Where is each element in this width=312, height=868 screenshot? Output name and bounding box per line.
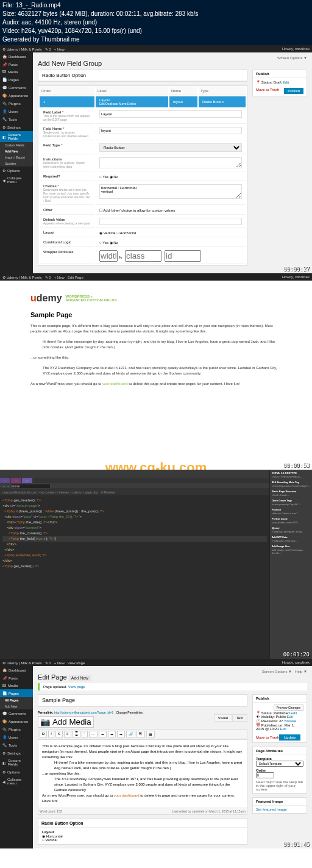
radio-cond-no[interactable]: ◉ No bbox=[110, 241, 118, 245]
btn-align-c[interactable]: ⬌ bbox=[108, 731, 116, 737]
add-new-button[interactable]: Add New bbox=[69, 675, 91, 681]
nav-cf-import[interactable]: Import / Export bbox=[0, 154, 33, 160]
add-media-button[interactable]: 📷 Add Media bbox=[38, 716, 94, 728]
nav-cf-updates[interactable]: Updates bbox=[0, 160, 33, 167]
nav4-pages[interactable]: 📄 Pages bbox=[0, 689, 33, 697]
dashboard-link[interactable]: your dashboard bbox=[102, 382, 128, 386]
nav4-media[interactable]: 🖼 Media bbox=[0, 682, 33, 689]
nav4-all-pages[interactable]: All Pages bbox=[0, 697, 33, 703]
view-page-link[interactable]: View page bbox=[68, 685, 85, 689]
nav-cf-add[interactable]: Add New bbox=[0, 148, 33, 154]
nav4-dashboard[interactable]: 🏠 Dashboard bbox=[0, 666, 33, 674]
ide-tab-2[interactable]: — bbox=[11, 478, 21, 483]
nav-dashboard[interactable]: 🏠 Dashboard bbox=[0, 52, 33, 60]
btn-align-r[interactable]: ➡ bbox=[117, 731, 125, 737]
radio-vertical[interactable]: ○ Vertical bbox=[42, 838, 57, 842]
screen-opts-4[interactable]: Screen Options bbox=[262, 670, 287, 673]
nav4-add-page[interactable]: Add New bbox=[0, 703, 33, 709]
nav4-cf[interactable]: ◧ Custom Fields bbox=[0, 757, 33, 768]
radio-req-yes[interactable]: ○ Yes bbox=[99, 175, 108, 179]
ide-tab-1[interactable]: — bbox=[0, 478, 10, 483]
tab-visual[interactable]: Visual bbox=[214, 714, 232, 722]
radio-layout-h[interactable]: ○ Horizontal bbox=[116, 231, 136, 235]
nav4-plugins[interactable]: 🔌 Plugins bbox=[0, 725, 33, 733]
field-row[interactable]: 1LayoutEdit Duplicate Move DeletelayoutR… bbox=[40, 96, 246, 107]
radio-layout-v[interactable]: ◉ Vertical bbox=[99, 231, 115, 235]
nav-comments[interactable]: 💬 Comments bbox=[0, 84, 33, 91]
select-field-type[interactable]: Radio Button bbox=[99, 143, 242, 152]
btn-bold[interactable]: B bbox=[40, 731, 47, 737]
nav4-tools[interactable]: 🔧 Tools bbox=[0, 741, 33, 749]
btn-more[interactable]: ▦ bbox=[146, 731, 155, 737]
btn-italic[interactable]: I bbox=[48, 731, 54, 737]
nav-pages[interactable]: 📄 Pages bbox=[0, 76, 33, 84]
template-select[interactable]: Default Template bbox=[256, 761, 303, 767]
code-editor[interactable]: <?php get_header(); ?> <div id="default-… bbox=[0, 495, 269, 659]
site-name[interactable]: Udemy | Milk & Pixels bbox=[7, 48, 42, 51]
title-input[interactable]: Sample Page bbox=[38, 695, 247, 706]
btn-link[interactable]: 🔗 bbox=[126, 731, 135, 737]
nav-cf-list[interactable]: Custom Fields bbox=[0, 142, 33, 148]
preview-changes[interactable]: Preview Changes bbox=[274, 705, 303, 711]
content-editor[interactable]: This is an example page. It's different … bbox=[38, 739, 247, 808]
site-logo[interactable]: udemy WORDPRESS +ADVANCED CUSTOM FIELDS bbox=[30, 293, 282, 304]
nav-settings[interactable]: ⚙ Settings bbox=[0, 123, 33, 131]
help-tab[interactable]: Help bbox=[295, 670, 302, 673]
group-title-input[interactable]: Radio Button Option bbox=[38, 70, 247, 81]
preview-btn[interactable]: Preview bbox=[104, 490, 115, 494]
edit-status[interactable]: Edit bbox=[283, 81, 289, 84]
ide-breadcrumb[interactable]: udemy.milkandpixels.com > wp-content > t… bbox=[2, 490, 98, 494]
nav4-options[interactable]: ⚙ Options bbox=[0, 768, 33, 776]
btn-hr[interactable]: — bbox=[89, 731, 98, 737]
wp-admin-bar-2: ⚙ Udemy | Milk & Pixels ✎ 0 + New Edit P… bbox=[0, 273, 312, 281]
radio-cond-yes[interactable]: ○ Yes bbox=[99, 241, 108, 245]
tab-text[interactable]: Text bbox=[232, 714, 247, 722]
nav4-settings[interactable]: ⚙ Settings bbox=[0, 749, 33, 757]
nav-plugins[interactable]: 🔌 Plugins bbox=[0, 99, 33, 107]
edit-date[interactable]: Edit bbox=[280, 727, 286, 731]
nav-appearance[interactable]: 🎨 Appearance bbox=[0, 91, 33, 99]
btn-unlink[interactable]: ⛓ bbox=[136, 731, 145, 737]
input-field-label[interactable] bbox=[99, 110, 242, 118]
btn-quote[interactable]: " bbox=[82, 731, 88, 737]
update-button[interactable]: Update bbox=[279, 734, 300, 741]
input-field-name[interactable] bbox=[99, 127, 242, 134]
nav-collapse[interactable]: ◀ Collapse menu bbox=[0, 174, 33, 185]
input-choices[interactable]: horizontal : Horizontal vertical bbox=[99, 184, 242, 199]
nav-options[interactable]: ⚙ Options bbox=[0, 167, 33, 174]
trash-link[interactable]: Move to Trash bbox=[256, 88, 279, 91]
permalink[interactable]: http://udemy.milkandpixels.com/?page_id=… bbox=[54, 711, 113, 714]
input-class[interactable] bbox=[125, 250, 161, 262]
nav4-collapse[interactable]: ◀ Collapse menu bbox=[0, 776, 33, 787]
nav-tools[interactable]: 🔧 Tools bbox=[0, 115, 33, 123]
btn-ol[interactable]: ≣ bbox=[73, 731, 80, 737]
nav-custom-fields[interactable]: ◧ Custom Fields bbox=[0, 131, 33, 142]
nav-media[interactable]: 🖼 Media bbox=[0, 68, 33, 76]
new-link[interactable]: New bbox=[57, 48, 65, 51]
btn-strike[interactable]: S bbox=[55, 731, 63, 737]
ide-tab-3[interactable]: — bbox=[22, 478, 32, 483]
nav4-appearance[interactable]: 🎨 Appearance bbox=[0, 717, 33, 725]
input-width[interactable] bbox=[99, 250, 118, 262]
input-instructions[interactable] bbox=[99, 157, 242, 168]
trash-4[interactable]: Move to Trash bbox=[256, 736, 279, 739]
radio-req-no[interactable]: ◉ No bbox=[110, 175, 118, 179]
nav4-comments[interactable]: 💬 Comments bbox=[0, 709, 33, 717]
order-input[interactable] bbox=[256, 772, 274, 778]
howdy[interactable]: Howdy, carolinek bbox=[282, 47, 310, 51]
nav4-users[interactable]: 👤 Users bbox=[0, 733, 33, 741]
input-default[interactable] bbox=[99, 218, 242, 225]
nav-users[interactable]: 👤 Users bbox=[0, 107, 33, 115]
input-id[interactable] bbox=[165, 250, 201, 262]
set-featured-link[interactable]: Set featured image bbox=[256, 808, 287, 811]
publish-button[interactable]: Publish bbox=[284, 88, 303, 94]
btn-align-l[interactable]: ⬅ bbox=[99, 731, 107, 737]
ide-search[interactable] bbox=[11, 484, 51, 489]
btn-ul[interactable]: ≡ bbox=[64, 731, 71, 737]
nav4-posts[interactable]: 📌 Posts bbox=[0, 674, 33, 682]
file-info-bar: File: 13_-_Radio.mp4 Size: 4632127 bytes… bbox=[0, 0, 312, 45]
nav-posts[interactable]: 📌 Posts bbox=[0, 60, 33, 68]
change-permalinks[interactable]: Change Permalinks bbox=[114, 710, 144, 715]
screen-options[interactable]: Screen Options bbox=[277, 56, 302, 60]
check-other[interactable]: ☐ Add 'other' choice to allow for custom… bbox=[99, 209, 175, 212]
